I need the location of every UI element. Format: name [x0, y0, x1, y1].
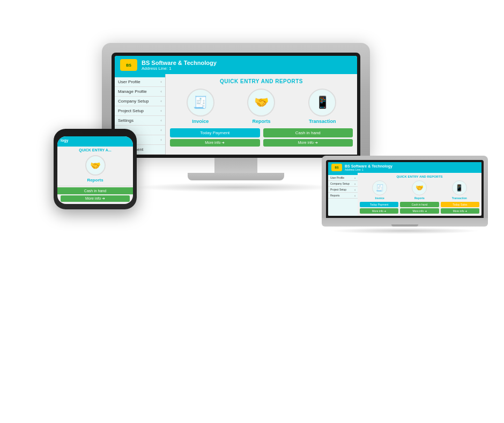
laptop-sidebar-label-up: User Profile [330, 176, 344, 179]
laptop-icon-reports[interactable]: 🤝 Reports [412, 180, 427, 200]
icon-item-invoice[interactable]: 🧾 Invoice [187, 89, 214, 124]
app-title-block: BS Software & Technology Address Line: 1 [142, 60, 217, 71]
sidebar-item-company-setup[interactable]: Company Setup ‹ [115, 97, 165, 106]
laptop-sidebar-label-cs: Company Setup [330, 182, 350, 185]
laptop-sidebar-label-ps: Project Setup [330, 188, 346, 191]
laptop-transaction-label: Transaction [452, 196, 467, 200]
more-info-today-button[interactable]: More info ➜ [170, 139, 260, 147]
laptop-icon-invoice[interactable]: 🧾 Invoice [372, 180, 387, 200]
app-subtitle: Address Line: 1 [142, 66, 217, 71]
more-info-cash-button[interactable]: More info ➜ [263, 139, 353, 147]
laptop-sidebar: User Profile‹ Company Setup‹ Project Set… [328, 173, 358, 216]
today-payment-group: Today Payment More info ➜ [170, 128, 260, 147]
quick-entry-title: QUICK ENTRY AND REPORTS [170, 78, 353, 84]
quick-icons-row: 🧾 Invoice 🤝 Reports 📱 Transaction [170, 89, 353, 124]
phone-divider [57, 186, 133, 186]
chevron-icon: ‹ [160, 99, 162, 104]
laptop-reports-label: Reports [414, 196, 425, 200]
monitor-screen: BS BS Software & Technology Address Line… [115, 56, 357, 155]
laptop-screen-bezel: BS BS Software & Technology Address Line… [326, 160, 484, 218]
laptop-today-sales-btn[interactable]: Today Sales [441, 202, 479, 207]
laptop-cash-hand-btn[interactable]: Cash in hand [400, 202, 439, 207]
laptop-sidebar-label-rp: Reports [330, 194, 340, 197]
laptop-sidebar-project[interactable]: Project Setup‹ [328, 187, 358, 193]
laptop-transaction-icon: 📱 [452, 180, 467, 195]
laptop-more-btn-2[interactable]: More info ➜ [400, 208, 439, 214]
phone-icon-item-reports[interactable]: 🤝 [85, 155, 106, 176]
laptop: BS BS Software & Technology Address Line… [322, 156, 488, 234]
icon-item-transaction[interactable]: 📱 Transaction [308, 89, 336, 124]
app-body: User Profile ‹ Manage Profile ‹ Company … [115, 74, 357, 155]
laptop-screen: BS BS Software & Technology Address Line… [328, 162, 481, 216]
monitor-shadow [134, 183, 338, 192]
cash-hand-button[interactable]: Cash in hand [263, 128, 353, 137]
phone-screen: logy QUICK ENTRY A... 🤝 Reports Cash in … [57, 136, 133, 204]
phone-app-title: logy [61, 138, 130, 142]
laptop-app-title: BS Software & Technology [345, 164, 392, 168]
monitor-outer: BS BS Software & Technology Address Line… [102, 43, 370, 158]
laptop-more-row: More info ➜ More info ➜ More info ➜ [360, 208, 479, 214]
laptop-icons-row: 🧾 Invoice 🤝 Reports 📱 Transaction [360, 180, 479, 200]
sidebar-item-manage-profile[interactable]: Manage Profile ‹ [115, 87, 165, 97]
sidebar-label-user-profile: User Profile [118, 79, 140, 84]
phone-reports-label: Reports [57, 178, 133, 185]
laptop-base [322, 218, 488, 227]
sidebar-item-project-setup[interactable]: Project Setup ‹ [115, 106, 165, 116]
laptop-invoice-icon: 🧾 [372, 180, 387, 195]
laptop-bottom-buttons: Today Payment Cash in hand Today Sales [360, 202, 479, 207]
laptop-main: QUICK ENTRY AND REPORTS 🧾 Invoice 🤝 Repo… [358, 173, 481, 216]
laptop-reports-icon: 🤝 [412, 180, 427, 195]
chevron-icon: ‹ [160, 89, 162, 94]
phone-quick-label: QUICK ENTRY A... [57, 147, 133, 153]
laptop-app-header: BS BS Software & Technology Address Line… [328, 162, 481, 173]
phone-reports-icon-circle: 🤝 [85, 155, 106, 176]
laptop-shadow [330, 228, 480, 234]
laptop-sidebar-reports[interactable]: Reports‹ [328, 193, 358, 199]
laptop-screen-outer: BS BS Software & Technology Address Line… [322, 156, 488, 218]
chevron-icon: ‹ [160, 108, 162, 113]
monitor-stand-base [188, 173, 284, 180]
sidebar-label-company-setup: Company Setup [118, 99, 149, 104]
phone-more-info-button[interactable]: More info ➜ [61, 195, 130, 202]
phone-notch [82, 129, 109, 134]
reports-icon-circle: 🤝 [247, 89, 275, 116]
chevron-icon: ‹ [160, 137, 162, 142]
sidebar-label-project-setup: Project Setup [118, 108, 144, 113]
transaction-icon-circle: 📱 [308, 89, 336, 116]
phone-icon-area: 🤝 [57, 153, 133, 178]
sidebar-label-manage-profile: Manage Profile [118, 89, 147, 94]
phone-cash-row: Cash in hand [57, 187, 133, 194]
laptop-invoice-label: Invoice [375, 196, 384, 200]
laptop-title-block: BS Software & Technology Address Line: 1 [345, 164, 392, 171]
laptop-app-subtitle: Address Line: 1 [345, 168, 392, 171]
laptop-today-payment-btn[interactable]: Today Payment [360, 202, 398, 207]
chevron-icon: ‹ [160, 128, 162, 133]
bottom-buttons: Today Payment More info ➜ Cash in hand M… [170, 128, 353, 147]
laptop-app-body: User Profile‹ Company Setup‹ Project Set… [328, 173, 481, 216]
transaction-label: Transaction [309, 119, 336, 124]
today-payment-button[interactable]: Today Payment [170, 128, 260, 137]
laptop-sidebar-company[interactable]: Company Setup‹ [328, 181, 358, 187]
laptop-app-logo: BS [331, 164, 342, 171]
laptop-more-btn-1[interactable]: More info ➜ [360, 208, 398, 214]
cash-hand-group: Cash in hand More info ➜ [263, 128, 353, 147]
scene: BS BS Software & Technology Address Line… [0, 0, 504, 423]
app-main: QUICK ENTRY AND REPORTS 🧾 Invoice 🤝 Repo… [166, 74, 357, 155]
chevron-icon: ‹ [160, 118, 162, 123]
monitor-stand-neck [214, 158, 257, 173]
laptop-more-btn-3[interactable]: More info ➜ [441, 208, 479, 214]
monitor-screen-bezel: BS BS Software & Technology Address Line… [112, 53, 360, 158]
phone-app-header: logy [57, 136, 133, 144]
icon-item-reports[interactable]: 🤝 Reports [247, 89, 275, 124]
sidebar-label-settings: Settings [118, 118, 134, 123]
laptop-icon-transaction[interactable]: 📱 Transaction [452, 180, 467, 200]
phone-outer: logy QUICK ENTRY A... 🤝 Reports Cash in … [54, 129, 137, 209]
laptop-quick-title: QUICK ENTRY AND REPORTS [360, 175, 479, 178]
app-logo: BS [120, 59, 137, 71]
sidebar-item-user-profile[interactable]: User Profile ‹ [115, 77, 165, 87]
laptop-sidebar-user-profile[interactable]: User Profile‹ [328, 175, 358, 181]
logo-text: BS [126, 63, 131, 67]
laptop-logo-text: BS [335, 166, 339, 169]
invoice-icon-circle: 🧾 [187, 89, 214, 116]
sidebar-item-settings[interactable]: Settings ‹ [115, 116, 165, 126]
